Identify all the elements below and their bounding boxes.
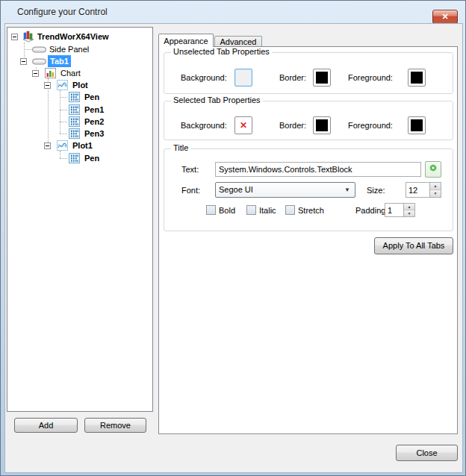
font-label: Font: — [181, 186, 200, 195]
no-color-x-icon: ✕ — [240, 120, 247, 131]
tree-item-label: Plot — [72, 79, 88, 91]
gear-icon — [428, 163, 438, 176]
padding-value-input[interactable] — [385, 204, 403, 216]
tree-item-label: Pen — [84, 91, 99, 103]
tree-item-label: Pen3 — [84, 128, 104, 140]
tab-appearance[interactable]: Appearance — [158, 34, 214, 47]
stepper-down-icon[interactable]: ▼ — [404, 210, 414, 217]
tree-item-label: Pen2 — [84, 116, 104, 128]
group-legend: Title — [171, 143, 190, 152]
collapse-expander-icon[interactable] — [11, 34, 18, 40]
unselected-border-color-button[interactable] — [313, 69, 331, 87]
stretch-checkbox[interactable] — [285, 205, 295, 215]
line-plot-icon — [57, 140, 69, 152]
unselected-background-color-button[interactable] — [234, 69, 252, 87]
tree-item-label: Tab1 — [48, 55, 71, 67]
color-swatch — [237, 72, 249, 84]
group-legend: Unselected Tab Properties — [171, 47, 272, 56]
tree-item-plot[interactable]: Plot — [7, 79, 153, 91]
tree-item-label: Plot1 — [72, 140, 93, 151]
color-swatch — [316, 119, 328, 131]
add-button[interactable]: Add — [14, 418, 78, 433]
border-label: Border: — [279, 121, 306, 130]
stepper-up-icon[interactable]: ▲ — [430, 183, 441, 190]
tree-item-pen1[interactable]: Pen1 — [7, 104, 153, 116]
appearance-tab-page: Unselected Tab Properties Background: Bo… — [158, 46, 458, 434]
tree-item-label: Pen1 — [84, 104, 104, 116]
trend-viewer-icon — [22, 31, 34, 43]
tree-item-chart[interactable]: Chart — [7, 67, 153, 79]
size-value-input[interactable] — [406, 183, 429, 197]
collapse-expander-icon[interactable] — [20, 58, 27, 65]
pen-grid-icon — [69, 104, 81, 116]
pen-grid-icon — [69, 153, 81, 165]
collapse-expander-icon[interactable] — [32, 70, 39, 77]
stepper-buttons: ▲ ▼ — [429, 183, 441, 197]
selected-foreground-color-button[interactable] — [408, 116, 426, 134]
color-swatch — [411, 119, 423, 131]
tree-item-tab1[interactable]: Tab1 — [7, 55, 153, 67]
pen-grid-icon — [69, 92, 81, 104]
background-label: Background: — [181, 121, 227, 130]
tree-item-pen[interactable]: Pen — [7, 91, 153, 103]
close-window-button[interactable]: ✕ — [432, 10, 458, 24]
title-text-edit-button[interactable] — [425, 161, 441, 178]
color-swatch — [316, 72, 328, 84]
pen-grid-icon — [69, 116, 81, 128]
stepper-buttons: ▲ ▼ — [403, 204, 414, 216]
padding-stepper[interactable]: ▲ ▼ — [385, 203, 415, 217]
italic-checkbox[interactable] — [246, 205, 256, 215]
unselected-tab-properties-group: Unselected Tab Properties Background: Bo… — [164, 52, 453, 94]
collapse-expander-icon[interactable] — [44, 143, 51, 149]
padding-label: Padding: — [355, 206, 388, 215]
selected-border-color-button[interactable] — [313, 116, 331, 134]
bold-checkbox[interactable] — [206, 205, 216, 215]
text-label: Text: — [181, 165, 199, 174]
unselected-foreground-color-button[interactable] — [408, 69, 426, 87]
window-title: Configure your Control — [17, 7, 108, 17]
bar-chart-icon — [45, 68, 57, 80]
font-dropdown[interactable]: Segoe UI ▼ — [215, 182, 355, 198]
foreground-label: Foreground: — [348, 73, 393, 82]
stepper-down-icon[interactable]: ▼ — [430, 190, 441, 198]
title-text-input[interactable] — [215, 162, 421, 177]
stepper-up-icon[interactable]: ▲ — [404, 204, 414, 210]
tree-item-label: TrendWorX64View — [37, 31, 109, 43]
title-group: Title Text: Font: Segoe UI ▼ — [164, 148, 453, 231]
italic-checkbox-label: Italic — [259, 206, 276, 215]
close-button[interactable]: Close — [396, 445, 458, 461]
tree-item-side-panel[interactable]: Side Panel — [7, 43, 153, 55]
tree-item-pen2[interactable]: Pen2 — [7, 116, 153, 128]
size-stepper[interactable]: ▲ ▼ — [406, 182, 441, 198]
remove-button[interactable]: Remove — [84, 418, 146, 433]
dialog-window: Configure your Control ✕ TrendWorX64View — [0, 0, 466, 476]
apply-to-all-tabs-button[interactable]: Apply To All Tabs — [374, 237, 453, 254]
tab-advanced[interactable]: Advanced — [214, 36, 262, 47]
tree-item-trendworx64view[interactable]: TrendWorX64View — [7, 31, 153, 43]
tree-item-label: Chart — [60, 67, 81, 79]
size-label: Size: — [367, 186, 385, 195]
stretch-checkbox-label: Stretch — [298, 206, 324, 215]
border-label: Border: — [279, 73, 306, 82]
tree-item-label: Pen — [84, 152, 99, 164]
selected-tab-properties-group: Selected Tab Properties Background: ✕ Bo… — [164, 101, 453, 140]
font-dropdown-value: Segoe UI — [219, 185, 253, 194]
background-label: Background: — [181, 73, 227, 82]
tree-item-plot1-pen[interactable]: Pen — [7, 152, 153, 164]
bold-checkbox-label: Bold — [219, 206, 235, 215]
tree-item-label: Side Panel — [49, 43, 89, 55]
group-legend: Selected Tab Properties — [171, 95, 263, 104]
chevron-down-icon: ▼ — [344, 183, 350, 198]
line-plot-icon — [57, 80, 69, 92]
foreground-label: Foreground: — [348, 121, 393, 130]
close-icon: ✕ — [441, 12, 448, 21]
collapse-expander-icon[interactable] — [44, 82, 51, 89]
pen-grid-icon — [69, 128, 81, 140]
selected-background-color-button[interactable]: ✕ — [234, 116, 252, 134]
tree-item-plot1[interactable]: Plot1 — [7, 140, 153, 151]
tree-item-pen3[interactable]: Pen3 — [7, 128, 153, 140]
color-swatch — [411, 72, 423, 84]
